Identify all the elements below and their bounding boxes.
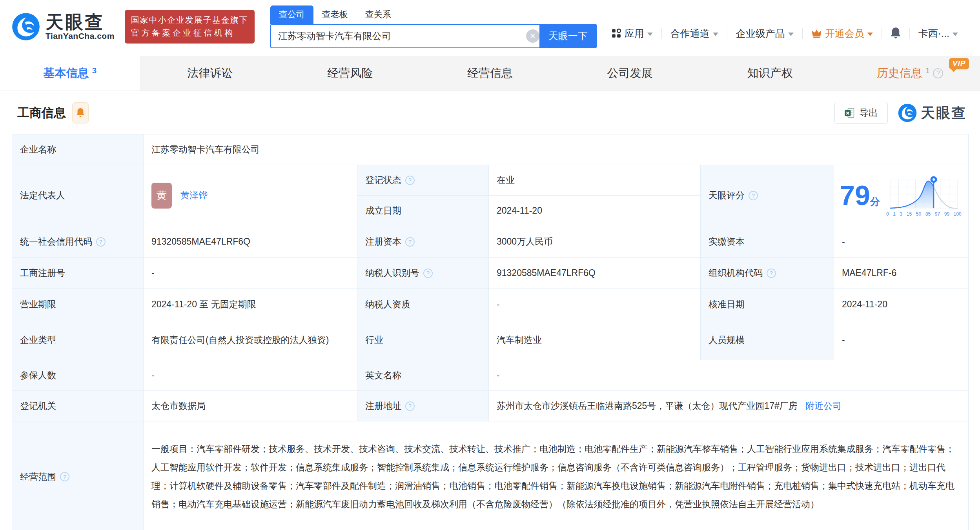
field-label: 行业 <box>365 334 383 346</box>
table-row: 营业期限 2024-11-20 至 无固定期限 纳税人资质 - 核准日期 202… <box>12 289 969 320</box>
tianyancha-logo[interactable]: 天眼查 TianYanCha.com <box>12 13 115 41</box>
search-area: 查公司 查老板 查关系 ✕ 天眼一下 <box>270 5 597 48</box>
help-icon[interactable]: ? <box>749 191 758 200</box>
nearby-companies-link[interactable]: 附近公司 <box>805 401 842 411</box>
search-tab-boss[interactable]: 查老板 <box>313 5 357 24</box>
business-scope-label-cell: 经营范围 ? <box>12 421 144 530</box>
field-label: 纳税人识别号 <box>365 267 419 279</box>
legal-rep-cell: 黄 黄泽铧 <box>144 165 357 226</box>
avatar: 黄 <box>151 183 172 209</box>
tab-company-development[interactable]: 公司发展 <box>560 56 700 91</box>
english-name-label-cell: 英文名称 <box>357 360 489 391</box>
notifications-button[interactable] <box>882 27 909 40</box>
search-tabs: 查公司 查老板 查关系 <box>270 5 597 24</box>
english-name-value: - <box>489 360 969 391</box>
field-label: 经营范围 <box>20 471 56 483</box>
logo-domain: TianYanCha.com <box>46 31 115 41</box>
gov-certification-badge: 国家中小企业发展子基金旗下 官方备案企业征信机构 <box>125 10 255 43</box>
export-label: 导出 <box>859 107 878 119</box>
tab-business-info[interactable]: 经营信息 <box>420 56 560 91</box>
table-row: 企业名称 江苏零动智卡汽车有限公司 <box>12 134 969 165</box>
search-input[interactable] <box>270 24 545 48</box>
export-button[interactable]: 导出 <box>834 102 888 124</box>
tab-basic-info-count: 3 <box>92 66 97 75</box>
establish-date-label-cell: 成立日期 <box>357 196 489 226</box>
table-row: 企业类型 有限责任公司(自然人投资或控股的法人独资) 行业 汽车制造业 人员规模… <box>12 320 969 360</box>
help-icon[interactable]: ? <box>60 472 69 481</box>
tab-risk-label: 经营风险 <box>327 65 373 81</box>
staff-size-value: - <box>834 320 969 360</box>
search-button[interactable]: 天眼一下 <box>539 24 597 48</box>
table-row: 经营范围 ? 一般项目：汽车零部件研发；技术服务、技术开发、技术咨询、技术交流、… <box>12 421 969 530</box>
field-label: 法定代表人 <box>20 189 65 201</box>
field-label: 注册资本 <box>365 236 401 248</box>
user-menu[interactable]: 卡西·... <box>910 27 967 40</box>
field-label: 英文名称 <box>365 369 401 381</box>
tab-history-info[interactable]: VIP 历史信息 1 ? <box>840 56 980 91</box>
bell-icon <box>890 27 902 40</box>
help-icon[interactable]: ? <box>423 269 433 278</box>
help-icon[interactable]: ? <box>767 269 776 278</box>
reg-address-cell: 苏州市太仓市沙溪镇岳王临港南路525号，平谦（太仓）现代产业园17#厂房 附近公… <box>489 391 969 421</box>
field-label: 企业名称 <box>20 143 56 156</box>
field-label: 企业类型 <box>20 334 56 346</box>
score-value: 79 <box>840 180 870 211</box>
paid-capital-value: - <box>834 226 969 258</box>
score-cell: 79分 <box>834 165 969 226</box>
industry-label-cell: 行业 <box>357 320 489 360</box>
watermark-text: 天眼查 <box>921 103 967 123</box>
tab-basic-info[interactable]: 基本信息 3 <box>0 56 140 91</box>
company-tab-bar: 基本信息 3 法律诉讼 经营风险 经营信息 公司发展 知识产权 VIP 历史信息… <box>0 56 980 91</box>
taxpayer-id-label-cell: 纳税人识别号 ? <box>357 258 489 289</box>
nav-apps[interactable]: 应用 <box>603 27 661 40</box>
search-tab-company[interactable]: 查公司 <box>270 5 313 24</box>
company-type-value: 有限责任公司(自然人投资或控股的法人独资) <box>144 320 357 360</box>
tab-intellectual-property[interactable]: 知识产权 <box>700 56 840 91</box>
search-tab-relation[interactable]: 查关系 <box>357 5 400 24</box>
business-term-value: 2024-11-20 至 无固定期限 <box>144 289 357 320</box>
subscribe-bell-button[interactable] <box>72 102 89 123</box>
reg-number-value: - <box>144 258 357 289</box>
reg-number-label-cell: 工商注册号 <box>12 258 144 289</box>
industry-value: 汽车制造业 <box>489 320 701 360</box>
reg-capital-label-cell: 注册资本 ? <box>357 226 489 258</box>
nav-enterprise-products[interactable]: 企业级产品 <box>727 27 802 40</box>
reg-address-value: 苏州市太仓市沙溪镇岳王临港南路525号，平谦（太仓）现代产业园17#厂房 <box>497 401 798 411</box>
field-label: 核准日期 <box>709 298 745 310</box>
tab-business-label: 经营信息 <box>467 65 513 81</box>
field-label: 成立日期 <box>365 205 401 217</box>
reg-status-label-cell: 登记状态 ? <box>357 165 489 196</box>
top-header: 天眼查 TianYanCha.com 国家中小企业发展子基金旗下 官方备案企业征… <box>0 0 980 56</box>
tab-legal-proceedings[interactable]: 法律诉讼 <box>140 56 280 91</box>
approval-date-value: 2024-11-20 <box>834 289 969 320</box>
field-label: 登记机关 <box>20 400 56 412</box>
help-icon[interactable]: ? <box>405 237 415 247</box>
field-label: 人员规模 <box>709 334 745 346</box>
legal-rep-link[interactable]: 黄泽铧 <box>180 189 208 201</box>
tab-development-label: 公司发展 <box>607 65 653 81</box>
tab-operational-risk[interactable]: 经营风险 <box>280 56 420 91</box>
help-icon[interactable]: ? <box>933 68 943 78</box>
org-code-label-cell: 组织机构代码 ? <box>701 258 834 289</box>
help-icon[interactable]: ? <box>96 237 106 247</box>
nav-cooperation[interactable]: 合作通道 <box>662 27 727 40</box>
field-label: 营业期限 <box>20 298 56 310</box>
tab-basic-info-label: 基本信息 <box>44 65 89 81</box>
help-icon[interactable]: ? <box>405 401 415 411</box>
section-header: 工商信息 导出 <box>0 91 980 132</box>
nav-apps-label: 应用 <box>625 27 644 40</box>
reg-address-label-cell: 注册地址 ? <box>357 391 489 421</box>
clear-search-icon[interactable]: ✕ <box>526 29 539 43</box>
nav-open-membership[interactable]: 开通会员 <box>803 27 882 40</box>
tab-legal-label: 法律诉讼 <box>187 65 233 81</box>
help-icon[interactable]: ? <box>405 176 415 185</box>
nav-cooperation-label: 合作通道 <box>670 27 710 40</box>
reg-authority-label-cell: 登记机关 <box>12 391 144 421</box>
table-row: 登记机关 太仓市数据局 注册地址 ? 苏州市太仓市沙溪镇岳王临港南路525号，平… <box>12 391 969 421</box>
reg-status-value: 在业 <box>489 165 701 196</box>
watermark-logo: 天眼查 <box>898 103 967 123</box>
badge-line1: 国家中小企业发展子基金旗下 <box>131 14 248 27</box>
tianyancha-swirl-icon <box>898 103 917 122</box>
approval-date-label-cell: 核准日期 <box>701 289 834 320</box>
company-type-label-cell: 企业类型 <box>12 320 144 360</box>
